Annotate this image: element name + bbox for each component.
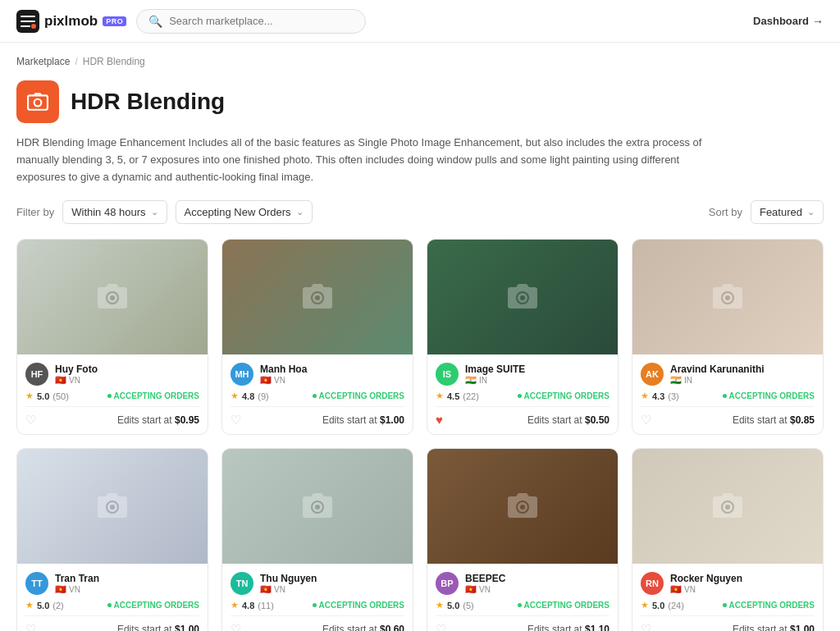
- accepting-label: ACCEPTING ORDERS: [319, 601, 404, 610]
- card-image: [427, 240, 618, 354]
- breadcrumb-home[interactable]: Marketplace: [16, 56, 70, 67]
- seller-name: Rocker Nguyen: [670, 573, 742, 584]
- card-rating: ★ 4.5 (22): [436, 391, 479, 401]
- seller-info: BEEPEC 🇻🇳 VN: [465, 573, 505, 595]
- rating-count: (24): [668, 601, 684, 610]
- seller-avatar: MH: [231, 363, 253, 386]
- heart-button[interactable]: ♡: [436, 622, 446, 631]
- card-item[interactable]: TT Tran Tran 🇻🇳 VN ★ 5.0 (2) ACC: [16, 448, 208, 631]
- card-body: MH Manh Hoa 🇻🇳 VN ★ 4.8 (9) ACCE: [222, 354, 413, 434]
- svg-point-18: [110, 505, 115, 510]
- card-body: TN Thu Nguyen 🇻🇳 VN ★ 4.8 (11) A: [222, 564, 413, 631]
- svg-point-6: [110, 295, 115, 300]
- card-seller: TT Tran Tran 🇻🇳 VN: [25, 572, 199, 595]
- card-footer: ♡ Edits start at $0.95: [25, 406, 199, 428]
- card-item[interactable]: MH Manh Hoa 🇻🇳 VN ★ 4.8 (9) ACCE: [221, 239, 413, 435]
- time-filter[interactable]: Within 48 hours ⌄: [62, 200, 167, 224]
- rating-value: 5.0: [37, 391, 49, 401]
- card-seller: TN Thu Nguyen 🇻🇳 VN: [231, 572, 404, 595]
- flag-icon: 🇻🇳: [260, 584, 272, 595]
- seller-name: Aravind Karunanithi: [670, 364, 765, 375]
- heart-button[interactable]: ♡: [231, 622, 241, 631]
- search-bar[interactable]: 🔍: [136, 9, 366, 34]
- card-body: TT Tran Tran 🇻🇳 VN ★ 5.0 (2) ACC: [17, 564, 208, 631]
- flag-icon: 🇻🇳: [260, 375, 272, 386]
- seller-country: 🇻🇳 VN: [55, 375, 98, 386]
- card-rating: ★ 5.0 (24): [641, 600, 684, 610]
- card-rating: ★ 4.8 (9): [231, 391, 269, 401]
- card-item[interactable]: TN Thu Nguyen 🇻🇳 VN ★ 4.8 (11) A: [221, 448, 413, 631]
- heart-button[interactable]: ♡: [25, 413, 36, 428]
- rating-value: 4.8: [242, 391, 254, 401]
- logo[interactable]: pixlmob PRO: [16, 10, 126, 33]
- navbar: pixlmob PRO 🔍 Dashboard →: [0, 0, 840, 43]
- star-icon: ★: [436, 600, 444, 610]
- card-item[interactable]: AK Aravind Karunanithi 🇮🇳 IN ★ 4.3 (3): [632, 239, 824, 435]
- price-value: $0.95: [175, 414, 199, 426]
- card-body: IS Image SUITE 🇮🇳 IN ★ 4.5 (22): [427, 354, 618, 433]
- filters-right: Sort by Featured ⌄: [709, 200, 824, 224]
- card-footer: ♡ Edits start at $0.60: [231, 615, 404, 631]
- orders-filter-value: Accepting New Orders: [185, 206, 291, 218]
- heart-button[interactable]: ♡: [641, 413, 651, 428]
- star-icon: ★: [231, 391, 239, 401]
- card-footer: ♥ Edits start at $0.50: [436, 406, 609, 427]
- svg-point-3: [34, 99, 42, 107]
- seller-avatar: IS: [436, 363, 459, 386]
- card-image: [17, 449, 208, 564]
- card-item[interactable]: BP BEEPEC 🇻🇳 VN ★ 5.0 (5) ACCEPT: [427, 448, 619, 631]
- card-rating: ★ 5.0 (2): [25, 600, 64, 610]
- rating-value: 5.0: [37, 601, 49, 610]
- flag-icon: 🇻🇳: [465, 584, 477, 595]
- dashboard-label: Dashboard: [753, 15, 809, 27]
- card-price: Edits start at $0.50: [527, 414, 609, 426]
- price-value: $0.85: [790, 414, 815, 426]
- seller-country: 🇮🇳 IN: [465, 375, 525, 386]
- seller-info: Aravind Karunanithi 🇮🇳 IN: [670, 364, 765, 386]
- country-code: VN: [479, 585, 491, 594]
- rating-count: (9): [258, 391, 268, 401]
- accepting-badge: ACCEPTING ORDERS: [107, 391, 199, 400]
- card-rating-row: ★ 4.8 (9) ACCEPTING ORDERS: [231, 391, 404, 401]
- card-price: Edits start at $1.00: [117, 624, 199, 631]
- search-input[interactable]: [169, 15, 354, 27]
- star-icon: ★: [25, 391, 34, 401]
- card-item[interactable]: IS Image SUITE 🇮🇳 IN ★ 4.5 (22): [427, 239, 619, 435]
- sort-select[interactable]: Featured ⌄: [751, 200, 824, 224]
- logo-text: pixlmob: [44, 13, 98, 30]
- seller-country: 🇮🇳 IN: [670, 375, 765, 386]
- page-description: HDR Blending Image Enhancement Includes …: [16, 135, 722, 185]
- card-body: RN Rocker Nguyen 🇻🇳 VN ★ 5.0 (24): [632, 564, 823, 631]
- dashboard-link[interactable]: Dashboard →: [753, 15, 824, 28]
- heart-button[interactable]: ♡: [641, 622, 651, 631]
- orders-filter[interactable]: Accepting New Orders ⌄: [176, 200, 313, 224]
- svg-point-27: [725, 505, 730, 510]
- heart-button[interactable]: ♡: [231, 413, 241, 428]
- card-rating: ★ 5.0 (5): [436, 600, 474, 610]
- rating-count: (5): [463, 601, 473, 610]
- camera-icon: [27, 91, 48, 112]
- country-code: VN: [274, 585, 285, 594]
- card-price: Edits start at $0.60: [322, 624, 404, 631]
- card-rating-row: ★ 4.8 (11) ACCEPTING ORDERS: [231, 600, 404, 610]
- rating-value: 4.8: [242, 601, 254, 610]
- card-footer: ♡ Edits start at $0.85: [641, 406, 815, 428]
- card-item[interactable]: HF Huy Foto 🇻🇳 VN ★ 5.0 (50) ACC: [16, 239, 208, 435]
- seller-avatar: BP: [436, 572, 459, 595]
- card-body: AK Aravind Karunanithi 🇮🇳 IN ★ 4.3 (3): [632, 354, 823, 434]
- svg-point-9: [315, 295, 320, 300]
- page-title: HDR Blending: [71, 89, 225, 115]
- rating-value: 5.0: [447, 601, 459, 610]
- price-value: $0.60: [380, 624, 404, 631]
- seller-name: Image SUITE: [465, 364, 525, 375]
- heart-button[interactable]: ♡: [25, 622, 36, 631]
- heart-button[interactable]: ♥: [436, 413, 443, 427]
- logo-beta: PRO: [103, 16, 126, 26]
- card-item[interactable]: RN Rocker Nguyen 🇻🇳 VN ★ 5.0 (24): [632, 448, 824, 631]
- star-icon: ★: [641, 600, 649, 610]
- rating-value: 4.5: [447, 391, 459, 401]
- seller-name: Thu Nguyen: [260, 573, 317, 584]
- rating-value: 5.0: [652, 601, 664, 610]
- accepting-dot: [313, 394, 317, 398]
- seller-name: Huy Foto: [55, 364, 98, 375]
